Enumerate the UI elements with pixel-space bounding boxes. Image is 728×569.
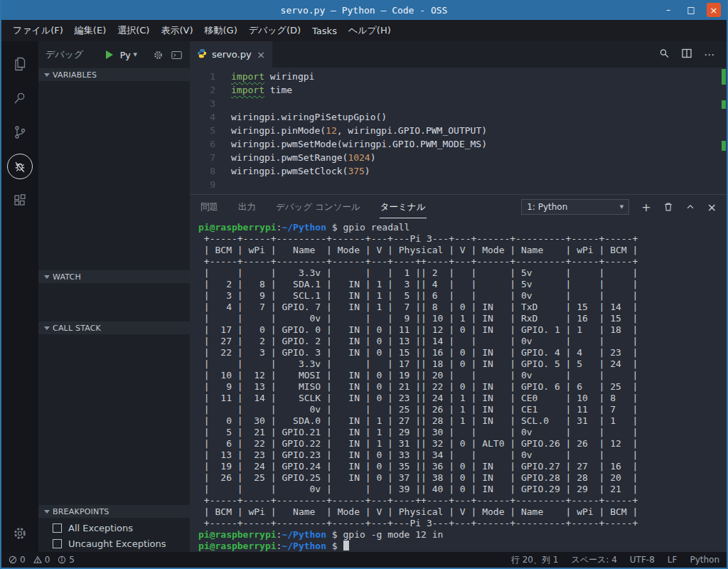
terminal-line: pi@raspberrypi:~/Python $: [198, 541, 727, 552]
code-text: wiringpi.pwmSetRange(1024): [215, 151, 376, 164]
tab-servo-py[interactable]: servo.py ×: [190, 41, 272, 68]
settings-gear-icon[interactable]: [1, 516, 38, 551]
line-number: 7: [190, 151, 215, 164]
terminal-line: | 9 | 13 | MISO | IN | 0 | 21 || 22 | 0 …: [198, 381, 727, 393]
source-control-icon[interactable]: [1, 115, 38, 149]
terminal-selector[interactable]: 1: Python ▼: [521, 199, 629, 215]
added-lines-marker: [722, 100, 726, 109]
terminal-line: | 6 | 22 | GPIO.22 | IN | 1 | 31 || 32 |…: [198, 438, 727, 450]
code-text: wiringpi.pinMode(12, wiringpi.GPIO.PWM_O…: [215, 124, 487, 137]
editor-actions: ⋯: [658, 41, 727, 68]
code-line: 2import time: [190, 83, 727, 97]
prompt-path: ~/Python: [282, 222, 326, 233]
line-number: 8: [190, 164, 215, 178]
breakpoint-item: Uncaught Exceptions: [38, 536, 190, 551]
menu-bar: ファイル(F)編集(E)選択(C)表示(V)移動(G)デバッグ(D)Tasksヘ…: [1, 20, 727, 41]
split-editor-icon[interactable]: [681, 48, 692, 62]
bottom-panel: 問題出力デバッグ コンソールターミナル 1: Python ▼ +: [190, 194, 727, 552]
call-stack-list: [38, 334, 190, 505]
code-lines: 1import wiringpi2import time34wiringpi.w…: [190, 70, 727, 191]
close-button[interactable]: ×: [707, 3, 721, 17]
maximize-button[interactable]: □: [684, 4, 698, 16]
prompt-user: pi@raspberrypi: [198, 222, 277, 233]
encoding-status[interactable]: UTF-8: [630, 555, 655, 565]
code-line: 8wiringpi.pwmSetClock(375): [190, 164, 727, 178]
cursor-position-status[interactable]: 行 20、列 1: [511, 554, 559, 566]
menu-file[interactable]: ファイル(F): [7, 21, 69, 40]
debug-toolbar: デバッグ Py ▼: [38, 41, 190, 68]
status-bar: 0 0 5 行 20、列 1 スペース: 4 UTF-8 LF Python: [1, 552, 727, 568]
terminal-line: | 0 | 30 | SDA.0 | IN | 1 | 27 || 28 | 1…: [198, 415, 727, 427]
terminal-line: | | | 0v | | | 9 || 10 | 1 | IN | RxD | …: [198, 313, 727, 324]
breakpoints-list: All ExceptionsUncaught Exceptions: [38, 518, 190, 552]
menu-view[interactable]: 表示(V): [155, 21, 198, 40]
debug-configuration-dropdown[interactable]: Py ▼: [120, 50, 137, 60]
added-lines-marker: [722, 69, 726, 85]
maximize-panel-icon[interactable]: [685, 202, 695, 212]
terminal-line: pi@raspberrypi:~/Python $ gpio -g mode 1…: [198, 529, 727, 541]
debug-configuration-label: Py: [120, 50, 131, 60]
menu-go[interactable]: 移動(G): [198, 21, 242, 40]
eol-status[interactable]: LF: [668, 555, 678, 565]
code-text: import wiringpi: [215, 70, 314, 83]
code-token: 1024: [348, 152, 370, 163]
terminal-line: | 2 | 8 | SDA.1 | IN | 1 | 3 || 4 | | | …: [198, 279, 727, 290]
watch-section-label: WATCH: [53, 272, 81, 282]
overview-ruler[interactable]: [721, 68, 727, 194]
panel-tab-terminal[interactable]: ターミナル: [380, 196, 427, 218]
terminal-line: | BCM | wPi | Name | Mode | V | Physical…: [198, 506, 727, 518]
indentation-status[interactable]: スペース: 4: [571, 554, 616, 566]
line-number: 2: [190, 83, 215, 97]
breakpoints-section-header[interactable]: BREAKPOINTS: [38, 505, 190, 518]
tab-close-icon[interactable]: ×: [257, 49, 265, 60]
new-terminal-icon[interactable]: +: [641, 201, 651, 214]
code-line: 3: [190, 97, 727, 110]
problems-indicator[interactable]: 0 0 5: [9, 555, 80, 565]
variables-section-header[interactable]: VARIABLES: [38, 68, 190, 81]
code-text: [215, 97, 231, 110]
python-file-icon: [197, 48, 207, 60]
more-actions-icon[interactable]: ⋯: [704, 48, 715, 61]
active-view-ring: [7, 154, 33, 179]
menu-debug[interactable]: デバッグ(D): [243, 21, 306, 40]
menu-tasks[interactable]: Tasks: [306, 23, 343, 39]
code-editor[interactable]: 1import wiringpi2import time34wiringpi.w…: [190, 68, 727, 194]
panel-tabs: 問題出力デバッグ コンソールターミナル: [200, 196, 427, 218]
menu-selection[interactable]: 選択(C): [112, 21, 155, 40]
panel-tab-debug-console[interactable]: デバッグ コンソール: [275, 196, 361, 218]
start-debugging-button[interactable]: [106, 50, 113, 59]
all-exceptions-checkbox[interactable]: [53, 523, 62, 533]
menu-edit[interactable]: 編集(E): [69, 21, 112, 40]
explorer-icon[interactable]: [1, 47, 38, 81]
terminal-line: | | | 0v | | | 39 || 40 | 0 | IN | GPIO.…: [198, 484, 727, 495]
line-number: 6: [190, 137, 215, 151]
panel-tab-problems[interactable]: 問題: [200, 196, 219, 218]
debug-icon[interactable]: [1, 149, 38, 184]
terminal-output[interactable]: pi@raspberrypi:~/Python $ gpio readall +…: [190, 219, 727, 552]
menu-help[interactable]: ヘルプ(H): [343, 21, 397, 40]
title-bar[interactable]: servo.py — Python — Code - OSS – □ ×: [1, 0, 727, 20]
prompt-user: pi@raspberrypi: [198, 529, 277, 540]
debug-console-icon[interactable]: [171, 50, 183, 60]
code-token: wiringpi.pwmSetClock(: [231, 166, 348, 176]
debug-sidebar: デバッグ Py ▼ VARIABLES WATCH: [38, 41, 190, 552]
kill-terminal-icon[interactable]: [663, 202, 673, 212]
call-stack-section-header[interactable]: CALL STACK: [38, 321, 190, 334]
close-panel-icon[interactable]: ×: [707, 201, 717, 214]
search-editor-icon[interactable]: [658, 48, 670, 62]
configure-gear-icon[interactable]: [153, 50, 164, 60]
terminal-line: | 3 | 9 | SCL.1 | IN | 1 | 5 || 6 | | | …: [198, 290, 727, 302]
terminal-line: pi@raspberrypi:~/Python $ gpio readall: [198, 222, 727, 233]
terminal-cursor: [343, 541, 349, 551]
extensions-icon[interactable]: [1, 184, 38, 218]
search-icon[interactable]: [1, 81, 38, 115]
watch-section-header[interactable]: WATCH: [38, 270, 190, 283]
panel-actions: 1: Python ▼ + ×: [521, 199, 717, 215]
panel-tab-output[interactable]: 出力: [237, 196, 257, 218]
terminal-line: | 13 | 23 | GPIO.23 | IN | 0 | 33 || 34 …: [198, 450, 727, 461]
code-text: wiringpi.pwmSetMode(wiringpi.GPIO.PWM_MO…: [215, 137, 487, 151]
prompt-symbol: $: [326, 541, 343, 551]
language-status[interactable]: Python: [690, 555, 719, 565]
uncaught-exceptions-checkbox[interactable]: [53, 539, 62, 548]
minimize-button[interactable]: –: [661, 4, 675, 16]
